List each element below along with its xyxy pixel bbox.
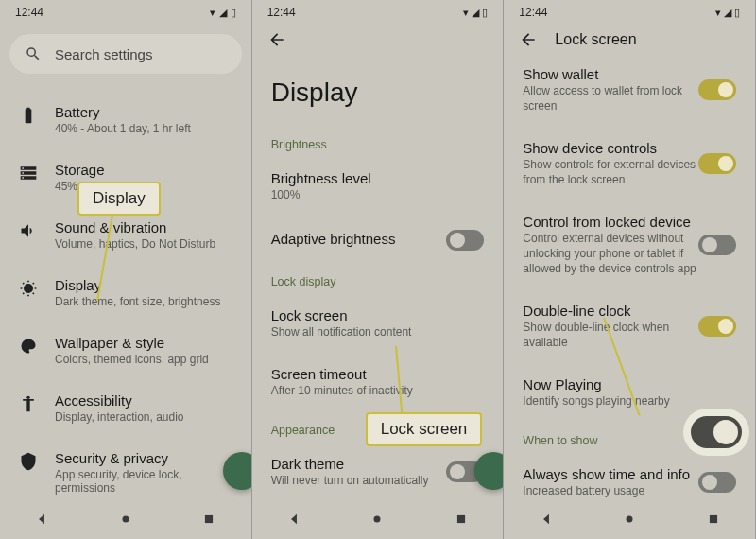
row-sub: 100% xyxy=(271,188,485,203)
status-icons: ▾ ◢ ▯ xyxy=(210,7,236,19)
battery-icon xyxy=(19,106,38,125)
row-dark-theme[interactable]: Dark themeWill never turn on automatical… xyxy=(252,443,504,501)
settings-item-display[interactable]: DisplayDark theme, font size, brightness xyxy=(0,264,251,322)
row-sub: Identify songs playing nearby xyxy=(523,394,736,409)
toggle-show-device-controls[interactable] xyxy=(698,153,736,174)
item-title: Sound & vibration xyxy=(55,219,232,235)
nav-home-icon[interactable] xyxy=(119,513,132,526)
row-adaptive-brightness[interactable]: Adaptive brightness xyxy=(252,217,504,264)
item-title: Battery xyxy=(55,104,232,120)
row-show-wallet[interactable]: Show walletAllow access to wallet from l… xyxy=(504,53,755,127)
sound-icon xyxy=(19,221,38,240)
item-title: Security & privacy xyxy=(55,450,232,466)
row-show-device-controls[interactable]: Show device controlsShow controls for ex… xyxy=(504,127,755,200)
back-icon[interactable] xyxy=(519,30,538,49)
settings-item-wallpaper[interactable]: Wallpaper & styleColors, themed icons, a… xyxy=(0,322,251,379)
item-sub: Display, interaction, audio xyxy=(55,410,232,424)
row-title: Dark theme xyxy=(271,456,447,472)
settings-item-sound[interactable]: Sound & vibrationVolume, haptics, Do Not… xyxy=(0,206,251,264)
item-sub: Dark theme, font size, brightness xyxy=(55,295,232,308)
palette-icon xyxy=(19,337,38,356)
accessibility-icon xyxy=(19,394,38,413)
toggle-adaptive-brightness[interactable] xyxy=(446,230,484,251)
shield-icon xyxy=(19,452,38,471)
svg-rect-4 xyxy=(457,515,465,523)
section-brightness: Brightness xyxy=(252,127,504,157)
search-placeholder: Search settings xyxy=(55,46,152,62)
status-bar: 12:44 ▾ ◢ ▯ xyxy=(504,0,755,21)
item-title: Wallpaper & style xyxy=(55,335,232,351)
nav-home-icon[interactable] xyxy=(623,513,636,526)
item-sub: Volume, haptics, Do Not Disturb xyxy=(55,237,232,251)
fab-button[interactable] xyxy=(474,452,504,490)
display-icon xyxy=(19,279,38,298)
row-always-show-time[interactable]: Always show time and infoIncreased batte… xyxy=(504,453,755,501)
row-title: Adaptive brightness xyxy=(271,231,447,247)
settings-item-battery[interactable]: Battery40% - About 1 day, 1 hr left xyxy=(0,91,251,148)
item-title: Display xyxy=(55,277,232,293)
nav-home-icon[interactable] xyxy=(370,513,384,526)
nav-back-icon[interactable] xyxy=(287,513,301,526)
android-nav-bar xyxy=(0,501,251,539)
nav-recent-icon[interactable] xyxy=(455,513,468,526)
signal-icon: ◢ xyxy=(219,7,227,19)
svg-point-3 xyxy=(374,516,381,523)
search-settings-input[interactable]: Search settings xyxy=(9,34,242,74)
row-title: Brightness level xyxy=(271,170,485,186)
status-icons: ▾ ◢ ▯ xyxy=(715,7,740,19)
status-bar: 12:44 ▾ ◢ ▯ xyxy=(0,0,251,21)
item-title: Accessibility xyxy=(55,392,232,409)
status-time: 12:44 xyxy=(519,6,547,19)
nav-recent-icon[interactable] xyxy=(202,513,215,526)
status-time: 12:44 xyxy=(15,6,43,19)
row-title: Double-line clock xyxy=(523,303,698,319)
search-icon xyxy=(25,45,42,62)
android-nav-bar xyxy=(252,501,504,539)
row-screen-timeout[interactable]: Screen timeoutAfter 10 minutes of inacti… xyxy=(252,353,504,412)
item-sub: App security, device lock, permissions xyxy=(55,468,232,495)
battery-icon: ▯ xyxy=(231,7,236,19)
svg-rect-2 xyxy=(205,515,213,523)
svg-point-0 xyxy=(26,396,29,399)
row-lock-screen[interactable]: Lock screenShow all notification content xyxy=(252,294,504,354)
nav-back-icon[interactable] xyxy=(540,513,553,526)
row-title: Lock screen xyxy=(271,307,485,323)
status-time: 12:44 xyxy=(267,6,296,19)
section-lockdisplay: Lock display xyxy=(252,264,504,294)
nav-back-icon[interactable] xyxy=(35,513,48,526)
row-brightness-level[interactable]: Brightness level100% xyxy=(252,157,504,217)
row-sub: Allow access to wallet from lock screen xyxy=(523,84,698,113)
toggle-double-line-clock[interactable] xyxy=(698,316,736,337)
panel-display-settings: 12:44 ▾ ◢ ▯ Display Brightness Brightnes… xyxy=(252,0,505,539)
row-sub: Will never turn on automatically xyxy=(271,474,447,489)
android-nav-bar xyxy=(504,501,755,539)
row-title: Screen timeout xyxy=(271,366,485,382)
back-icon[interactable] xyxy=(267,30,286,49)
settings-item-storage[interactable]: Storage45% use xyxy=(0,148,251,206)
settings-item-security[interactable]: Security & privacyApp security, device l… xyxy=(0,437,251,501)
item-sub: 45% use xyxy=(55,180,232,193)
storage-icon xyxy=(19,164,38,183)
status-icons: ▾ ◢ ▯ xyxy=(463,7,488,19)
toggle-always-show-time[interactable] xyxy=(698,472,736,493)
row-control-from-locked[interactable]: Control from locked deviceControl extern… xyxy=(504,200,755,289)
panel-lockscreen-settings: 12:44 ▾ ◢ ▯ Lock screen Show walletAllow… xyxy=(504,0,756,539)
toggle-control-from-locked[interactable] xyxy=(698,235,736,255)
panel-settings-main: 12:44 ▾ ◢ ▯ Search settings Battery40% -… xyxy=(0,0,252,539)
svg-rect-6 xyxy=(710,515,717,523)
header-title: Lock screen xyxy=(555,31,636,48)
row-double-line-clock[interactable]: Double-line clockShow double-line clock … xyxy=(504,289,755,363)
toggle-show-wallet[interactable] xyxy=(698,79,736,100)
svg-point-5 xyxy=(627,516,633,523)
item-sub: Colors, themed icons, app grid xyxy=(55,353,232,366)
nav-recent-icon[interactable] xyxy=(707,513,720,526)
row-title: Show wallet xyxy=(523,66,698,82)
status-bar: 12:44 ▾ ◢ ▯ xyxy=(252,0,504,21)
item-sub: 40% - About 1 day, 1 hr left xyxy=(55,122,232,135)
section-appearance: Appearance xyxy=(252,412,504,443)
wifi-icon: ▾ xyxy=(210,7,215,19)
row-sub: Control external devices without unlocki… xyxy=(523,232,698,276)
settings-item-accessibility[interactable]: AccessibilityDisplay, interaction, audio xyxy=(0,379,251,437)
row-sub: Show controls for external devices from … xyxy=(523,158,698,187)
row-title: Show device controls xyxy=(523,140,698,156)
